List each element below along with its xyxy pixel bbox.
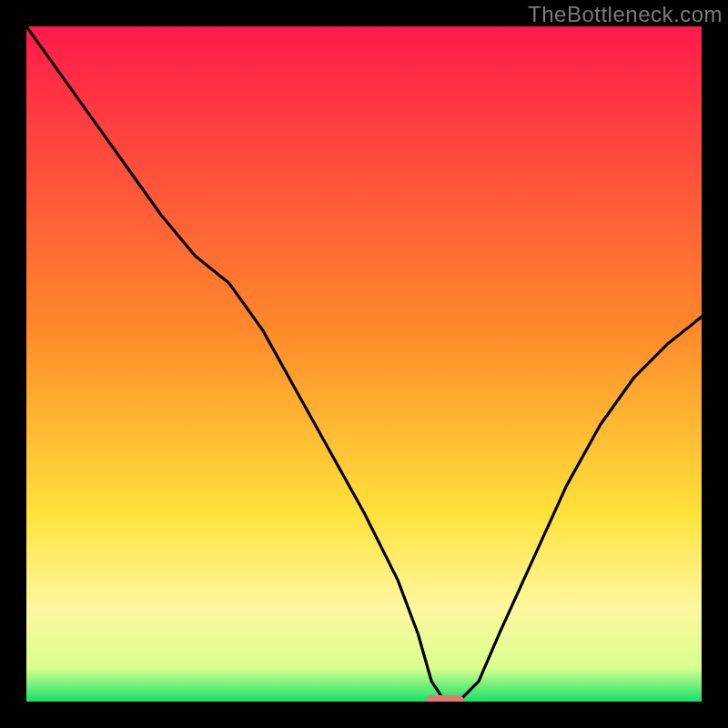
plot-area	[26, 26, 702, 702]
watermark-text: TheBottleneck.com	[528, 2, 723, 27]
chart-frame: TheBottleneck.com	[0, 0, 728, 728]
bottleneck-chart	[26, 26, 702, 702]
optimal-marker	[426, 695, 464, 702]
gradient-background	[26, 26, 702, 702]
